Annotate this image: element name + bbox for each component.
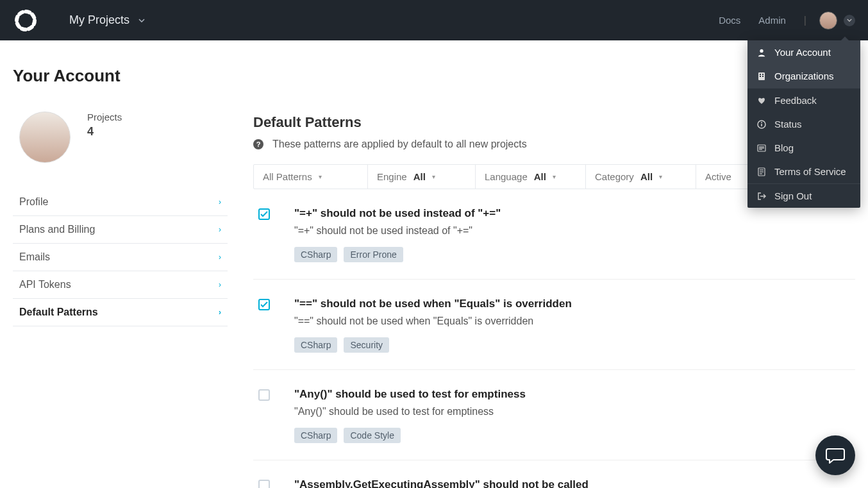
- filter-label: Engine: [377, 171, 407, 182]
- menu-label: Sign Out: [774, 190, 812, 201]
- menu-item-blog[interactable]: Blog: [747, 136, 860, 160]
- filter-label: Category: [595, 171, 634, 182]
- filter-all-patterns[interactable]: All Patterns ▾: [254, 165, 368, 189]
- menu-item-terms[interactable]: Terms of Service: [747, 160, 860, 183]
- tag[interactable]: Code Style: [344, 428, 400, 443]
- tag-list: CSharpError Prone: [294, 247, 501, 262]
- tag[interactable]: CSharp: [294, 428, 337, 443]
- avatar: [819, 12, 837, 29]
- profile-summary: Projects 4: [13, 112, 228, 163]
- nav-title-label: My Projects: [69, 13, 129, 27]
- filter-label: Active: [705, 171, 731, 182]
- sidebar: Profile› Plans and Billing› Emails› API …: [13, 189, 228, 326]
- pattern-row: "==" should not be used when "Equals" is…: [253, 280, 855, 370]
- svg-rect-4: [762, 74, 764, 75]
- projects-count: 4: [87, 125, 122, 139]
- news-icon: [756, 143, 767, 153]
- filter-value: All: [413, 171, 426, 182]
- my-projects-dropdown[interactable]: My Projects: [69, 13, 145, 27]
- svg-point-1: [760, 49, 763, 52]
- chevron-right-icon: ›: [219, 225, 221, 234]
- menu-label: Feedback: [774, 95, 817, 106]
- sign-out-icon: [756, 191, 767, 201]
- help-icon[interactable]: ?: [253, 139, 263, 149]
- info-icon: [756, 119, 767, 130]
- chevron-right-icon: ›: [219, 308, 221, 317]
- tag[interactable]: Error Prone: [344, 247, 403, 262]
- pattern-row: "Any()" should be used to test for empti…: [253, 370, 855, 460]
- sidebar-item-api-tokens[interactable]: API Tokens›: [13, 271, 228, 299]
- tag[interactable]: Security: [344, 337, 389, 353]
- pattern-title[interactable]: "=+" should not be used instead of "+=": [294, 207, 501, 220]
- pattern-title[interactable]: "==" should not be used when "Equals" is…: [294, 298, 572, 310]
- sidebar-item-label: Profile: [19, 196, 48, 208]
- avatar: [19, 112, 71, 163]
- menu-item-organizations[interactable]: Organizations: [747, 64, 860, 88]
- sidebar-item-label: API Tokens: [19, 279, 71, 290]
- svg-rect-8: [761, 124, 762, 126]
- pattern-description: "Any()" should be used to test for empti…: [294, 406, 526, 417]
- chevron-right-icon: ›: [219, 198, 221, 206]
- building-icon: [756, 71, 767, 81]
- pattern-checkbox[interactable]: [258, 208, 270, 220]
- filter-value: All: [640, 171, 653, 182]
- pattern-checkbox[interactable]: [258, 480, 270, 488]
- logo-icon[interactable]: [13, 8, 38, 33]
- document-icon: [756, 167, 767, 177]
- chat-launcher[interactable]: [815, 435, 855, 475]
- menu-item-feedback[interactable]: Feedback: [747, 88, 860, 112]
- menu-label: Organizations: [774, 71, 834, 81]
- user-menu-toggle[interactable]: [819, 12, 855, 29]
- menu-item-status[interactable]: Status: [747, 112, 860, 136]
- sidebar-item-label: Default Patterns: [19, 307, 98, 318]
- menu-item-your-account[interactable]: Your Account: [747, 40, 860, 64]
- filter-active[interactable]: Active: [696, 165, 740, 189]
- filter-category[interactable]: Category All ▾: [586, 165, 696, 189]
- tag-list: CSharpCode Style: [294, 428, 526, 443]
- tag[interactable]: CSharp: [294, 337, 337, 353]
- sidebar-item-emails[interactable]: Emails›: [13, 244, 228, 271]
- svg-point-9: [761, 122, 762, 123]
- section-subtitle: These patterns are applied by default to…: [272, 139, 527, 150]
- svg-rect-3: [760, 74, 761, 75]
- caret-down-icon: ▾: [319, 173, 322, 180]
- nav-link-docs[interactable]: Docs: [719, 15, 740, 26]
- filter-label: All Patterns: [263, 171, 312, 182]
- pattern-description: "==" should not be used when "Equals" is…: [294, 316, 572, 327]
- chevron-right-icon: ›: [219, 280, 221, 289]
- page-title: Your Account: [13, 66, 868, 86]
- caret-down-icon: ▾: [432, 173, 435, 180]
- heart-icon: [756, 96, 767, 106]
- pattern-checkbox[interactable]: [258, 389, 270, 401]
- user-menu: Your Account Organizations Feedback Stat…: [747, 40, 860, 208]
- sidebar-item-plans-billing[interactable]: Plans and Billing›: [13, 216, 228, 244]
- chat-icon: [826, 446, 845, 464]
- projects-label: Projects: [87, 112, 122, 122]
- filter-label: Language: [485, 171, 528, 182]
- filter-language[interactable]: Language All ▾: [476, 165, 586, 189]
- pattern-description: "=+" should not be used instead of "+=": [294, 225, 501, 237]
- pattern-title[interactable]: "Any()" should be used to test for empti…: [294, 388, 526, 401]
- svg-rect-5: [760, 76, 761, 77]
- filter-value: All: [534, 171, 546, 182]
- pattern-title[interactable]: "Assembly.GetExecutingAssembly" should n…: [294, 478, 588, 488]
- menu-item-sign-out[interactable]: Sign Out: [747, 184, 860, 208]
- top-nav: My Projects Docs Admin |: [0, 0, 868, 40]
- nav-divider: |: [804, 15, 806, 26]
- tag-list: CSharpSecurity: [294, 337, 572, 353]
- menu-label: Status: [774, 119, 802, 130]
- svg-rect-6: [762, 76, 764, 77]
- pattern-checkbox[interactable]: [258, 299, 270, 310]
- user-icon: [756, 47, 767, 58]
- menu-label: Terms of Service: [774, 166, 846, 177]
- sidebar-item-profile[interactable]: Profile›: [13, 189, 228, 216]
- sidebar-item-label: Emails: [19, 251, 50, 263]
- nav-link-admin[interactable]: Admin: [758, 15, 786, 26]
- filter-engine[interactable]: Engine All ▾: [368, 165, 476, 189]
- pattern-row: "Assembly.GetExecutingAssembly" should n…: [253, 460, 855, 488]
- svg-rect-2: [758, 72, 765, 80]
- sidebar-item-default-patterns[interactable]: Default Patterns›: [13, 299, 228, 326]
- caret-down-icon: ▾: [553, 173, 556, 180]
- menu-label: Blog: [774, 142, 794, 153]
- tag[interactable]: CSharp: [294, 247, 337, 262]
